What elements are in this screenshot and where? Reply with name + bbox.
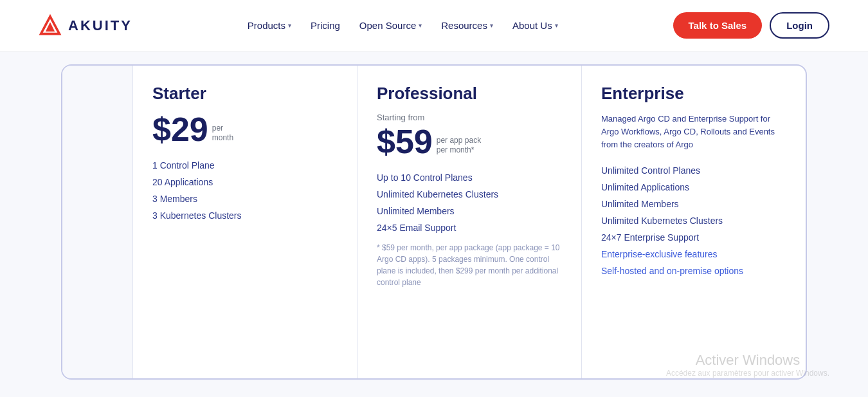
starter-price-amount: $29 <box>152 113 208 146</box>
professional-feature-list: Up to 10 Control Planes Unlimited Kubern… <box>377 172 562 233</box>
list-item: Unlimited Members <box>601 199 786 209</box>
nav-resources[interactable]: Resources ▾ <box>433 16 501 35</box>
plan-professional: Professional Starting from $59 per app p… <box>357 66 582 378</box>
list-item: 3 Members <box>152 194 338 204</box>
chevron-down-icon: ▾ <box>419 22 422 29</box>
list-item: 20 Applications <box>152 177 338 187</box>
stub-column <box>62 66 133 378</box>
main-nav: Products ▾ Pricing Open Source ▾ Resourc… <box>240 16 566 35</box>
professional-price-row: $59 per app pack per month* <box>377 125 562 158</box>
starter-price-row: $29 per month <box>152 113 338 146</box>
chevron-down-icon: ▾ <box>490 22 493 29</box>
enterprise-feature-list: Unlimited Control Planes Unlimited Appli… <box>601 165 786 276</box>
professional-price-amount: $59 <box>377 125 433 158</box>
nav-open-source[interactable]: Open Source ▾ <box>352 16 429 35</box>
logo-text: AKUITY <box>68 17 132 34</box>
list-item: Enterprise-exclusive features <box>601 249 786 259</box>
professional-starting-from: Starting from <box>377 113 562 122</box>
list-item: Unlimited Applications <box>601 182 786 192</box>
pricing-table: Starter $29 per month 1 Control Plane 20… <box>61 64 807 380</box>
list-item: Unlimited Kubernetes Clusters <box>377 189 562 199</box>
starter-price-label: per month <box>212 124 233 146</box>
login-button[interactable]: Login <box>770 12 829 39</box>
enterprise-description: Managed Argo CD and Enterprise Support f… <box>601 113 786 151</box>
nav-products[interactable]: Products ▾ <box>240 16 299 35</box>
list-item: 3 Kubernetes Clusters <box>152 210 338 221</box>
list-item: Unlimited Control Planes <box>601 165 786 176</box>
header-actions: Talk to Sales Login <box>673 12 829 39</box>
main-header: AKUITY Products ▾ Pricing Open Source ▾ … <box>0 0 868 51</box>
nav-about-us[interactable]: About Us ▾ <box>505 16 566 35</box>
starter-plan-name: Starter <box>152 84 338 104</box>
logo[interactable]: AKUITY <box>39 14 132 37</box>
plan-starter: Starter $29 per month 1 Control Plane 20… <box>133 66 357 378</box>
list-item: Unlimited Kubernetes Clusters <box>601 216 786 226</box>
list-item: Unlimited Members <box>377 206 562 216</box>
professional-price-label: per app pack per month* <box>437 136 481 158</box>
starter-feature-list: 1 Control Plane 20 Applications 3 Member… <box>152 160 338 221</box>
plan-enterprise: Enterprise Managed Argo CD and Enterpris… <box>582 66 806 378</box>
professional-plan-name: Professional <box>377 84 562 104</box>
pricing-section: Starter $29 per month 1 Control Plane 20… <box>0 51 868 397</box>
list-item: 1 Control Plane <box>152 160 338 171</box>
chevron-down-icon: ▾ <box>288 22 291 29</box>
talk-to-sales-button[interactable]: Talk to Sales <box>673 12 763 39</box>
nav-pricing[interactable]: Pricing <box>303 16 348 35</box>
enterprise-plan-name: Enterprise <box>601 84 786 104</box>
list-item: 24×5 Email Support <box>377 223 562 233</box>
chevron-down-icon: ▾ <box>555 22 558 29</box>
akuity-logo-icon <box>39 14 62 37</box>
professional-footnote: * $59 per month, per app package (app pa… <box>377 242 562 288</box>
list-item: Self-hosted and on-premise options <box>601 266 786 276</box>
list-item: Up to 10 Control Planes <box>377 172 562 183</box>
list-item: 24×7 Enterprise Support <box>601 232 786 243</box>
